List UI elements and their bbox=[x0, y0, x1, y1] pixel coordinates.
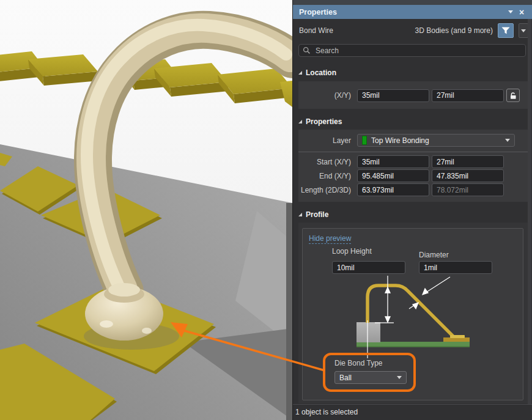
loop-height-dimension-arrow bbox=[375, 276, 394, 323]
layer-label: Layer bbox=[298, 136, 357, 145]
die-block bbox=[357, 322, 380, 342]
length-label: Length (2D/3D) bbox=[298, 186, 357, 194]
length-2d-input[interactable] bbox=[357, 183, 429, 196]
start-x-input[interactable] bbox=[357, 155, 429, 168]
search-box bbox=[298, 44, 526, 57]
filter-button[interactable] bbox=[498, 23, 514, 38]
diameter-label: Diameter bbox=[419, 251, 449, 259]
layer-dropdown[interactable]: Top Wire Bonding bbox=[357, 134, 515, 147]
layer-color-swatch bbox=[362, 136, 367, 145]
chevron-down-icon bbox=[397, 376, 402, 379]
filter-scope-label: 3D Bodies (and 9 more) bbox=[415, 26, 493, 35]
search-icon bbox=[303, 46, 311, 54]
properties-panel: Properties × Bond Wire 3D Bodies (and 9 … bbox=[292, 0, 532, 420]
wire-profile-preview: Hide preview Loop Height Diameter bbox=[302, 228, 523, 400]
loop-height-input[interactable] bbox=[332, 261, 405, 274]
loop-height-label: Loop Height bbox=[332, 247, 372, 256]
object-header-row: Bond Wire 3D Bodies (and 9 more) bbox=[293, 22, 532, 39]
unlock-icon bbox=[509, 92, 517, 100]
length-3d-input bbox=[432, 183, 504, 196]
application-window: Properties × Bond Wire 3D Bodies (and 9 … bbox=[0, 0, 532, 420]
panel-scrollbar[interactable] bbox=[528, 19, 531, 404]
panel-menu-button[interactable] bbox=[505, 7, 516, 18]
end-xy-label: End (X/Y) bbox=[298, 172, 357, 180]
chevron-down-icon bbox=[505, 139, 510, 142]
section-header-properties[interactable]: Properties bbox=[298, 117, 342, 126]
section-header-profile[interactable]: Profile bbox=[298, 210, 328, 219]
section-title: Location bbox=[306, 68, 336, 77]
section-header-location[interactable]: Location bbox=[298, 68, 336, 77]
panel-top-strip bbox=[293, 0, 532, 5]
status-text: 1 object is selected bbox=[295, 408, 358, 416]
search-input[interactable] bbox=[314, 46, 522, 56]
panel-title-bar: Properties × bbox=[293, 5, 532, 19]
properties-section: Layer Top Wire Bonding Start (X/Y) End (… bbox=[298, 130, 528, 202]
collapse-triangle-icon bbox=[298, 71, 302, 75]
chevron-down-icon bbox=[521, 29, 526, 32]
die-bond-type-value: Ball bbox=[339, 374, 352, 382]
layer-value: Top Wire Bonding bbox=[371, 136, 429, 145]
start-y-input[interactable] bbox=[432, 155, 504, 168]
object-type-label: Bond Wire bbox=[299, 26, 333, 35]
xy-label: (X/Y) bbox=[298, 91, 357, 100]
collapse-triangle-icon bbox=[298, 120, 302, 123]
end-x-input[interactable] bbox=[357, 169, 429, 182]
location-y-input[interactable] bbox=[432, 89, 504, 102]
funnel-icon bbox=[501, 27, 510, 35]
start-xy-label: Start (X/Y) bbox=[298, 158, 357, 166]
hide-preview-link[interactable]: Hide preview bbox=[309, 234, 351, 244]
die-bond-type-label: Die Bond Type bbox=[334, 359, 383, 367]
profile-section: Hide preview Loop Height Diameter bbox=[298, 223, 528, 403]
diameter-input[interactable] bbox=[419, 261, 492, 274]
panel-title: Properties bbox=[299, 8, 505, 17]
panel-close-button[interactable]: × bbox=[516, 7, 527, 18]
divider bbox=[298, 152, 528, 152]
chevron-down-icon bbox=[508, 10, 513, 13]
divider bbox=[293, 404, 532, 405]
diameter-dimension-arrow bbox=[409, 277, 450, 309]
wire-profile bbox=[368, 286, 453, 336]
collapse-triangle-icon bbox=[298, 213, 302, 216]
pcb-3d-viewport[interactable] bbox=[0, 0, 292, 420]
location-x-input[interactable] bbox=[357, 89, 429, 102]
filter-dropdown-button[interactable] bbox=[519, 23, 528, 38]
lock-button[interactable] bbox=[506, 89, 520, 102]
die-bond-type-dropdown[interactable]: Ball bbox=[334, 371, 407, 384]
bond-finger bbox=[443, 337, 470, 342]
section-title: Profile bbox=[306, 210, 328, 219]
end-y-input[interactable] bbox=[432, 169, 504, 182]
pcb-substrate bbox=[357, 342, 470, 347]
section-title: Properties bbox=[306, 117, 342, 126]
close-icon: × bbox=[519, 8, 524, 17]
location-section: (X/Y) bbox=[298, 81, 528, 109]
